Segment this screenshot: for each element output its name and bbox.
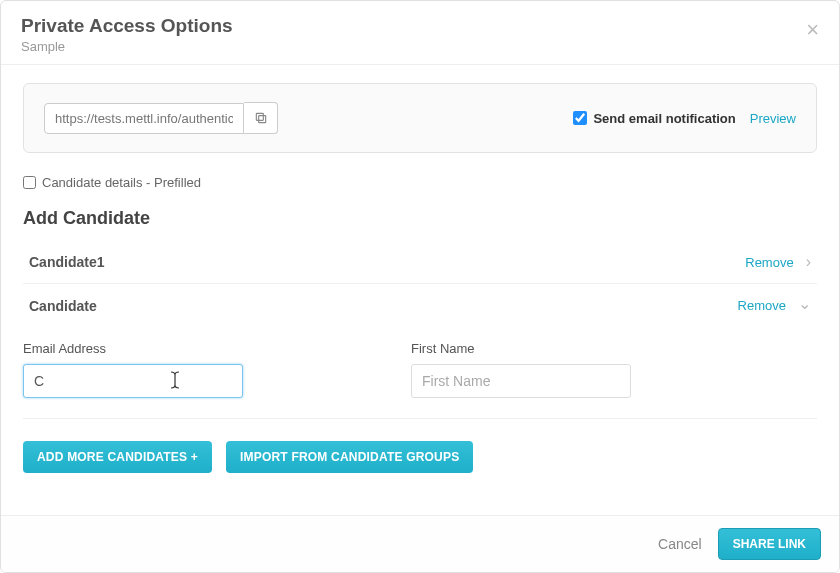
svg-rect-0 [258,116,265,123]
link-container: Send email notification Preview [23,83,817,153]
firstname-field[interactable] [411,364,631,398]
firstname-group: First Name [411,341,631,398]
email-notification-checkbox[interactable] [573,111,587,125]
email-label: Email Address [23,341,243,356]
firstname-label: First Name [411,341,631,356]
email-notification-label: Send email notification [593,111,735,126]
chevron-down-icon: ⌄ [798,294,811,313]
modal-header: Private Access Options Sample × [1,1,839,65]
email-notification-toggle: Send email notification [573,111,735,126]
modal-body: Send email notification Preview Candidat… [1,65,839,515]
prefill-row: Candidate details - Prefilled [23,175,817,190]
action-buttons: ADD MORE CANDIDATES + IMPORT FROM CANDID… [23,441,817,473]
chevron-right-icon: › [806,253,811,271]
prefill-label: Candidate details - Prefilled [42,175,201,190]
preview-link[interactable]: Preview [750,111,796,126]
share-link-button[interactable]: SHARE LINK [718,528,821,560]
close-icon[interactable]: × [806,19,819,41]
email-group: Email Address [23,341,243,398]
candidate-row[interactable]: Candidate1 Remove › [23,241,817,284]
candidate-form: Email Address First Name [23,341,817,419]
add-candidate-heading: Add Candidate [23,208,817,229]
copy-button[interactable] [244,102,278,134]
modal-subtitle: Sample [21,39,819,54]
copy-icon [254,111,268,125]
svg-rect-1 [256,113,263,120]
import-candidates-button[interactable]: IMPORT FROM CANDIDATE GROUPS [226,441,473,473]
email-field[interactable] [23,364,243,398]
modal-footer: Cancel SHARE LINK [1,515,839,572]
private-access-modal: Private Access Options Sample × Send ema… [0,0,840,573]
add-more-candidates-button[interactable]: ADD MORE CANDIDATES + [23,441,212,473]
cancel-button[interactable]: Cancel [658,536,702,552]
test-url-input[interactable] [44,103,244,134]
candidate-row[interactable]: Candidate Remove ⌄ [23,284,817,327]
remove-link[interactable]: Remove [738,298,786,313]
candidate-name: Candidate [29,298,738,314]
modal-title: Private Access Options [21,15,819,37]
remove-link[interactable]: Remove [745,255,793,270]
prefill-checkbox[interactable] [23,176,36,189]
candidate-name: Candidate1 [29,254,745,270]
